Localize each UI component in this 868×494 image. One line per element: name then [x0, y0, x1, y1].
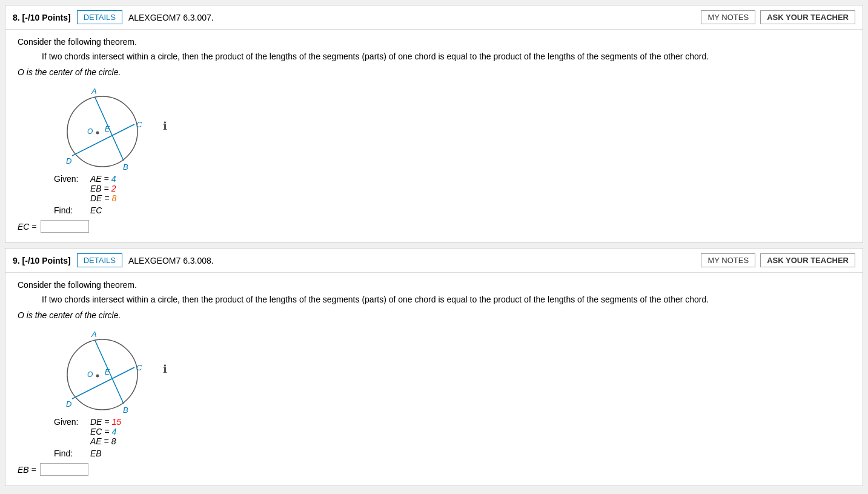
find-value-0: EC [90, 205, 102, 215]
diagram-area-0: A B D C O E ℹ [18, 83, 850, 168]
svg-text:O: O [87, 370, 93, 379]
given-row-1: Given: DE = 15 EC = 4 AE = 8 [54, 417, 850, 446]
given-values-1: DE = 15 EC = 4 AE = 8 [90, 417, 121, 446]
svg-text:E: E [105, 125, 110, 133]
answer-row-1: EB = [18, 463, 850, 476]
given-label-1: Given: [54, 417, 90, 446]
question-header-0: 8. [-/10 Points] DETAILS ALEXGEOM7 6.3.0… [5, 5, 863, 30]
svg-text:B: B [123, 406, 128, 414]
theorem-text-0: If two chords intersect within a circle,… [42, 52, 850, 61]
header-right-0: MY NOTES ASK YOUR TEACHER [701, 10, 855, 24]
center-note-1: O is the center of the circle. [18, 310, 850, 320]
question-number-0: 8. [-/10 Points] [13, 13, 71, 22]
header-right-1: MY NOTES ASK YOUR TEACHER [701, 253, 855, 267]
question-block-0: 8. [-/10 Points] DETAILS ALEXGEOM7 6.3.0… [5, 5, 863, 243]
info-icon-0[interactable]: ℹ [163, 119, 167, 133]
question-header-1: 9. [-/10 Points] DETAILS ALEXGEOM7 6.3.0… [5, 249, 863, 273]
svg-text:A: A [91, 330, 97, 339]
answer-row-0: EC = [18, 220, 850, 233]
svg-text:A: A [91, 87, 97, 96]
find-label-1: Find: [54, 449, 90, 458]
given-row-0: Given: AE = 4 EB = 2 DE = 8 [54, 174, 850, 203]
given-section-0: Given: AE = 4 EB = 2 DE = 8 Find: EC [54, 174, 850, 215]
theorem-text-1: If two chords intersect within a circle,… [42, 295, 850, 304]
svg-text:C: C [136, 120, 142, 129]
find-value-1: EB [90, 449, 102, 458]
svg-line-13 [72, 367, 134, 399]
given-values-0: AE = 4 EB = 2 DE = 8 [90, 174, 116, 203]
diagram-area-1: A B D C O E ℹ [18, 326, 850, 411]
svg-text:D: D [66, 399, 71, 409]
given-value: DE = 8 [90, 193, 116, 203]
ask-teacher-button-1[interactable]: ASK YOUR TEACHER [760, 253, 855, 267]
theorem-intro-1: Consider the following theorem. [18, 280, 850, 290]
given-value: AE = 4 [90, 174, 116, 184]
given-value: EB = 2 [90, 184, 116, 193]
given-value: EC = 4 [90, 427, 121, 436]
info-icon-1[interactable]: ℹ [163, 362, 167, 376]
given-value: DE = 15 [90, 417, 121, 427]
svg-point-1 [96, 132, 99, 135]
details-button-0[interactable]: DETAILS [77, 10, 122, 24]
my-notes-button-1[interactable]: MY NOTES [701, 253, 755, 267]
header-left-1: 9. [-/10 Points] DETAILS ALEXGEOM7 6.3.0… [13, 253, 214, 267]
given-value: AE = 8 [90, 436, 121, 446]
question-block-1: 9. [-/10 Points] DETAILS ALEXGEOM7 6.3.0… [5, 248, 863, 486]
details-button-1[interactable]: DETAILS [77, 253, 122, 267]
question-number-1: 9. [-/10 Points] [13, 256, 71, 265]
question-body-1: Consider the following theorem. If two c… [5, 273, 863, 486]
find-row-1: Find: EB [54, 449, 850, 458]
svg-line-3 [72, 124, 134, 156]
given-section-1: Given: DE = 15 EC = 4 AE = 8 Find: EB [54, 417, 850, 458]
circle-diagram-0: A B D C O E [54, 83, 151, 168]
given-label-0: Given: [54, 174, 90, 203]
svg-text:E: E [105, 368, 110, 376]
svg-text:C: C [136, 363, 142, 372]
svg-text:B: B [123, 162, 128, 171]
center-note-0: O is the center of the circle. [18, 67, 850, 77]
question-code-0: ALEXGEOM7 6.3.007. [128, 13, 214, 22]
circle-diagram-1: A B D C O E [54, 326, 151, 411]
my-notes-button-0[interactable]: MY NOTES [701, 10, 755, 24]
question-body-0: Consider the following theorem. If two c… [5, 30, 863, 242]
svg-text:O: O [87, 127, 93, 136]
question-code-1: ALEXGEOM7 6.3.008. [128, 256, 214, 265]
answer-label-1: EB = [18, 465, 36, 475]
svg-point-0 [67, 96, 137, 167]
answer-input-1[interactable] [40, 463, 88, 476]
svg-point-11 [96, 375, 99, 378]
find-row-0: Find: EC [54, 205, 850, 215]
ask-teacher-button-0[interactable]: ASK YOUR TEACHER [760, 10, 855, 24]
theorem-intro-0: Consider the following theorem. [18, 37, 850, 47]
svg-text:D: D [66, 156, 71, 165]
find-label-0: Find: [54, 205, 90, 215]
header-left-0: 8. [-/10 Points] DETAILS ALEXGEOM7 6.3.0… [13, 10, 214, 24]
svg-point-10 [67, 339, 137, 410]
answer-label-0: EC = [18, 222, 37, 232]
answer-input-0[interactable] [41, 220, 89, 233]
